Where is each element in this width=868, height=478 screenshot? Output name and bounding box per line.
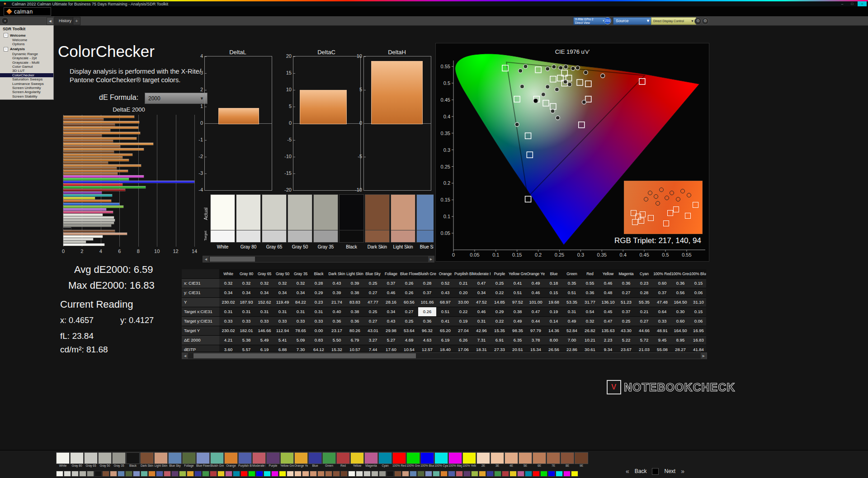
table-cell[interactable]: 0.06 [689, 317, 706, 326]
minimize-icon[interactable]: – [838, 1, 847, 6]
patch-button-blue[interactable]: Blue [308, 452, 322, 468]
table-cell[interactable]: 42.96 [472, 326, 491, 335]
table-cell[interactable]: 8.00 [545, 336, 563, 345]
table-cell[interactable]: 0.46 [599, 279, 617, 288]
table-cell[interactable]: 0.33 [274, 317, 292, 326]
table-cell[interactable]: 4.63 [418, 336, 436, 345]
sidebar-item-grayscale-multi[interactable]: Grayscale - Multi [0, 61, 53, 65]
table-cell[interactable]: 21.74 [328, 298, 346, 307]
table-cell[interactable]: 101.00 [527, 298, 545, 307]
patch-button-gray-35[interactable]: Gray 35 [112, 452, 126, 468]
table-cell[interactable]: 0.28 [418, 279, 436, 288]
patch-button-6e[interactable]: 6E [533, 452, 546, 468]
table-cell[interactable]: 0.31 [292, 307, 310, 316]
scroll-right-icon[interactable]: ▶ [428, 256, 434, 262]
table-cell[interactable]: 6.26 [454, 336, 472, 345]
table-cell[interactable]: 0.49 [527, 279, 545, 288]
table-cell[interactable]: 0.15 [689, 307, 706, 316]
table-cell[interactable]: 12.57 [418, 345, 436, 351]
table-cell[interactable]: 0.20 [454, 288, 472, 297]
patch-button-100-yellow[interactable]: 100% Yellow [462, 452, 476, 468]
table-cell[interactable]: 0.28 [310, 279, 328, 288]
table-cell[interactable]: 101.86 [418, 298, 436, 307]
table-cell[interactable]: 182.01 [237, 326, 255, 335]
table-cell[interactable]: 230.02 [219, 326, 237, 335]
next-button[interactable]: Next [664, 468, 675, 474]
sidebar-group-analysis[interactable]: -Analysis [0, 47, 53, 52]
scroll-left-icon[interactable]: ◀ [182, 353, 188, 359]
table-cell[interactable]: 5.41 [274, 336, 292, 345]
table-cell[interactable]: 0.22 [491, 317, 509, 326]
table-cell[interactable]: 0.37 [382, 279, 400, 288]
table-cell[interactable]: 0.34 [274, 288, 292, 297]
table-scrollbar[interactable]: ◀ ▶ [182, 352, 707, 359]
table-cell[interactable]: 0.43 [436, 288, 454, 297]
table-cell[interactable]: 5.49 [255, 336, 274, 345]
maximize-icon[interactable]: □ [848, 1, 857, 6]
table-cell[interactable]: 47.48 [653, 298, 671, 307]
table-cell[interactable]: 146.66 [255, 326, 274, 335]
table-cell[interactable]: 33.00 [454, 298, 472, 307]
table-cell[interactable]: 112.94 [274, 326, 292, 335]
patch-button-cyan[interactable]: Cyan [378, 452, 392, 468]
patch-button-blue-flower[interactable]: Blue Flower [196, 452, 210, 468]
table-cell[interactable]: 0.55 [581, 279, 599, 288]
table-cell[interactable]: 0.51 [436, 307, 454, 316]
table-scroll-thumb[interactable] [193, 353, 416, 358]
table-cell[interactable]: 64.12 [310, 345, 328, 351]
table-cell[interactable]: 0.06 [689, 288, 706, 297]
table-cell[interactable]: 0.32 [581, 317, 599, 326]
table-cell[interactable]: 0.46 [527, 288, 545, 297]
table-cell[interactable]: 10.57 [346, 345, 364, 351]
table-cell[interactable]: 17.06 [454, 345, 472, 351]
table-cell[interactable]: 0.33 [237, 317, 255, 326]
table-cell[interactable]: 0.34 [255, 288, 274, 297]
patch-button-100-cyan[interactable]: 100% Cyan [434, 452, 448, 468]
table-cell[interactable]: 0.36 [581, 288, 599, 297]
table-cell[interactable]: 0.31 [472, 317, 491, 326]
table-cell[interactable]: 18.31 [472, 345, 491, 351]
table-cell[interactable]: 0.34 [292, 288, 310, 297]
sidebar-item-dynamic-range[interactable]: Dynamic Range [0, 52, 53, 56]
table-cell[interactable]: 0.25 [491, 279, 509, 288]
table-cell[interactable]: 119.49 [274, 298, 292, 307]
patch-button-black[interactable]: Black [126, 452, 140, 468]
table-cell[interactable]: 19.68 [545, 298, 563, 307]
table-cell[interactable]: 17.60 [382, 345, 400, 351]
table-cell[interactable]: 14.85 [491, 298, 509, 307]
table-cell[interactable]: 0.38 [346, 288, 364, 297]
table-cell[interactable]: 5.50 [328, 336, 346, 345]
patch-button-light-skin[interactable]: Light Skin [154, 452, 168, 468]
table-cell[interactable]: 55.35 [635, 298, 653, 307]
table-cell[interactable]: 0.43 [382, 317, 400, 326]
sidebar-item-saturation-sweeps[interactable]: Saturation Sweeps [0, 77, 53, 81]
chevrons-right-icon[interactable]: » [681, 468, 684, 475]
table-cell[interactable]: 22.86 [563, 345, 581, 351]
table-cell[interactable]: 0.26 [400, 279, 418, 288]
table-cell[interactable]: 43.30 [617, 326, 635, 335]
sidebar-item-screen-angularity[interactable]: Screen Angularity [0, 90, 53, 94]
tree-expander-icon[interactable]: - [4, 47, 8, 52]
table-cell[interactable]: 28.16 [382, 298, 400, 307]
patch-button-blue-sky[interactable]: Blue Sky [168, 452, 182, 468]
table-cell[interactable]: 48.91 [653, 326, 671, 335]
table-cell[interactable]: 0.18 [545, 279, 563, 288]
table-cell[interactable]: 0.33 [219, 317, 237, 326]
table-cell[interactable]: 0.32 [255, 279, 274, 288]
table-cell[interactable]: 0.27 [364, 288, 382, 297]
table-cell[interactable]: 16.95 [689, 326, 706, 335]
table-cell[interactable]: 0.45 [599, 307, 617, 316]
table-cell[interactable]: 0.22 [491, 288, 509, 297]
scroll-right-icon[interactable]: ▶ [701, 353, 707, 359]
table-cell[interactable]: 97.79 [527, 326, 545, 335]
table-cell[interactable]: 44.66 [635, 326, 653, 335]
table-cell[interactable]: 0.37 [617, 307, 635, 316]
patch-button-magenta[interactable]: Magenta [364, 452, 378, 468]
table-cell[interactable]: 0.31 [274, 307, 292, 316]
patch-button-white[interactable]: White [56, 452, 70, 468]
table-cell[interactable]: 10.54 [400, 345, 418, 351]
table-cell[interactable]: 0.31 [237, 307, 255, 316]
table-cell[interactable]: 0.46 [472, 307, 491, 316]
patch-button-7e[interactable]: 7E [547, 452, 560, 468]
table-cell[interactable]: 0.32 [237, 279, 255, 288]
